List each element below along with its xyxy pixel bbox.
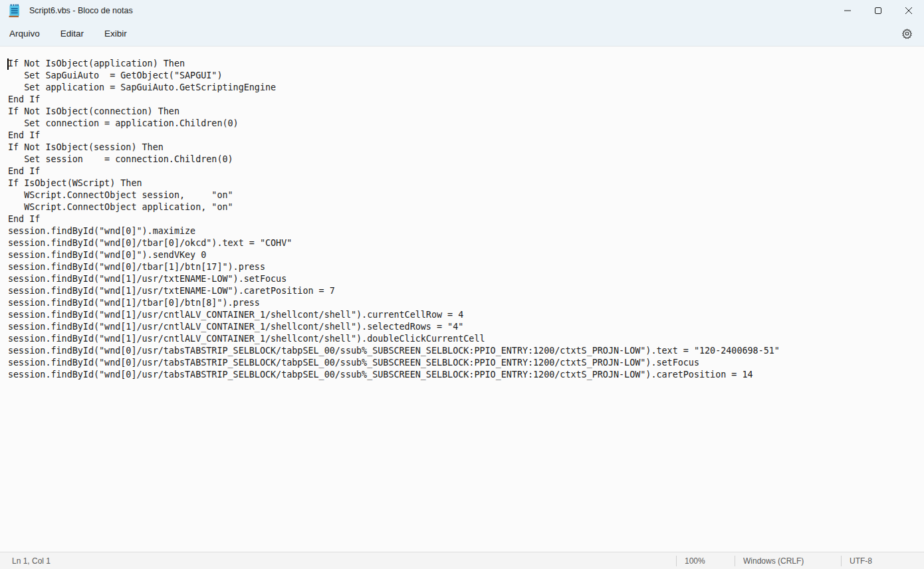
settings-button[interactable] <box>896 24 917 44</box>
text-editor[interactable]: If Not IsObject(application) Then Set Sa… <box>0 47 924 552</box>
text-caret <box>7 58 9 70</box>
menu-arquivo[interactable]: Arquivo <box>3 25 47 42</box>
window-controls <box>832 0 924 21</box>
gear-icon <box>901 28 913 39</box>
menu-editar[interactable]: Editar <box>54 25 90 42</box>
zoom-level[interactable]: 100% <box>676 556 735 566</box>
menu-exibir[interactable]: Exibir <box>98 25 134 42</box>
statusbar: Ln 1, Col 1 100% Windows (CRLF) UTF-8 <box>0 552 924 569</box>
notepad-window: Script6.vbs - Bloco de notas Arquivo <box>0 0 924 569</box>
maximize-icon <box>874 7 882 15</box>
window-title: Script6.vbs - Bloco de notas <box>29 6 133 15</box>
minimize-icon <box>844 7 852 15</box>
menubar: Arquivo Editar Exibir <box>0 21 924 47</box>
editor-content: If Not IsObject(application) Then Set Sa… <box>0 47 924 381</box>
close-icon <box>905 7 913 15</box>
maximize-button[interactable] <box>863 0 893 21</box>
close-button[interactable] <box>893 0 924 21</box>
cursor-position: Ln 1, Col 1 <box>0 556 51 566</box>
encoding[interactable]: UTF-8 <box>841 556 924 566</box>
notepad-app-icon <box>9 4 21 18</box>
titlebar: Script6.vbs - Bloco de notas <box>0 0 924 21</box>
minimize-button[interactable] <box>832 0 863 21</box>
line-ending[interactable]: Windows (CRLF) <box>735 556 841 566</box>
